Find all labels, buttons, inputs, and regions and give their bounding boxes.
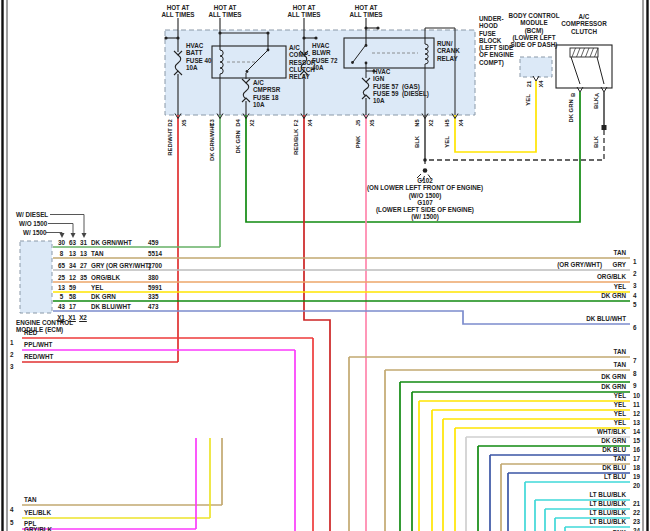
wire-label: ORG/BLK bbox=[530, 273, 626, 280]
ecm-wire-color: TAN bbox=[91, 250, 103, 257]
splice-square bbox=[602, 125, 607, 130]
row-number: 1 bbox=[633, 258, 643, 265]
wire-blk-dashed bbox=[425, 130, 604, 160]
wire-color-label: DK GRN bbox=[236, 122, 242, 162]
wire-color-label: YEL bbox=[526, 80, 532, 120]
fuse-hvac-batt-label: HVAC BATT FUSE 40 10A bbox=[186, 42, 226, 71]
row-number: 5 bbox=[10, 519, 20, 526]
clutch-coil-hatch bbox=[572, 48, 598, 57]
ground-symbol bbox=[423, 168, 428, 173]
row-number: 5 bbox=[633, 301, 643, 308]
ecm-wire-color: DK GRN/WHT bbox=[91, 239, 132, 246]
ecm-pin-number: 31 bbox=[78, 239, 89, 246]
fuse-hvac-blwr-label: HVAC BLWR FUSE 72 40A bbox=[312, 42, 352, 71]
wire-label: YEL bbox=[530, 401, 626, 408]
ecm-pin-number: 34 bbox=[67, 262, 78, 269]
row-number: 17 bbox=[633, 455, 643, 462]
row-number: 3 bbox=[10, 363, 20, 370]
wire-color-label: YEL bbox=[445, 122, 451, 162]
wire-label: TAN bbox=[530, 455, 626, 462]
clutch-title: A/C COMPRESSOR CLUTCH bbox=[549, 13, 619, 35]
ecm-circuit-number: 335 bbox=[148, 293, 159, 300]
ecm-variant-wo1500: W/O 1500 bbox=[19, 220, 47, 227]
ecm-wire-color: DK BLU/WHT bbox=[91, 303, 131, 310]
wire-label: DK BLU bbox=[530, 464, 626, 471]
ecm-wire-color: DK GRN bbox=[91, 293, 116, 300]
ecm-pin-number: 13 bbox=[78, 250, 89, 257]
ecm-circuit-number: 380 bbox=[148, 274, 159, 281]
wire-label: DK BLU bbox=[530, 446, 626, 453]
row-number: 6 bbox=[633, 324, 643, 331]
row-number: 12 bbox=[633, 410, 643, 417]
ecm-wire-color: ORG/BLK bbox=[91, 274, 120, 281]
wire-label: LT BLU bbox=[530, 473, 626, 480]
wire-label: TAN bbox=[24, 496, 36, 503]
connector-id-label: X4 bbox=[459, 103, 465, 143]
junction-dot bbox=[423, 158, 427, 162]
ecm-pin-number: 27 bbox=[78, 262, 89, 269]
wire-label: DK GRN bbox=[530, 383, 626, 390]
wire-label: YEL/BLK bbox=[24, 509, 51, 516]
row-number: 18 bbox=[633, 464, 643, 471]
wire-label: TAN bbox=[530, 361, 626, 368]
wire-redblk-f2 bbox=[304, 115, 330, 531]
hot-at-label-2: HOT AT ALL TIMES bbox=[202, 4, 248, 19]
row-number: 19 bbox=[633, 473, 643, 480]
wire-color-label: RED/BLK bbox=[294, 122, 300, 162]
row-number: 13 bbox=[633, 419, 643, 426]
wire-label: LT BLU/BLK bbox=[530, 509, 626, 516]
row-number: 23 bbox=[633, 518, 643, 525]
wire-label: DK BLU/WHT bbox=[530, 315, 626, 322]
wire-label: TAN bbox=[530, 348, 626, 355]
wire-label: WHT/BLK bbox=[530, 428, 626, 435]
wire-label: LT BLU/BLK bbox=[530, 500, 626, 507]
wire-color-label: BLK bbox=[594, 83, 600, 123]
row-number: 2 bbox=[10, 351, 20, 358]
wire-label: TAN bbox=[530, 249, 626, 256]
ecm-pin-number: 63 bbox=[67, 239, 78, 246]
row-number: 8 bbox=[633, 370, 643, 377]
ecm-variant-arrowheads bbox=[60, 233, 87, 238]
row-number: 3 bbox=[633, 282, 643, 289]
ecm-circuit-number: 473 bbox=[148, 303, 159, 310]
wire-label: YEL bbox=[530, 419, 626, 426]
ecm-pin-number: 59 bbox=[67, 284, 78, 291]
row-number: 24 bbox=[633, 527, 643, 531]
row-number: 20 bbox=[633, 482, 643, 489]
ecm-pin-number: 13 bbox=[67, 250, 78, 257]
ecm-circuit-number: 459 bbox=[148, 239, 159, 246]
ecm-pin-number: 58 bbox=[67, 293, 78, 300]
wire-color-label: DK GRN bbox=[569, 91, 575, 131]
wire-label: PPL/WHT bbox=[24, 341, 52, 348]
wire-color-label: DK GRN/WHT bbox=[210, 122, 216, 162]
row-number: 10 bbox=[633, 392, 643, 399]
connector-id-label: X5 bbox=[370, 103, 376, 143]
wire-label: GRY/BLK bbox=[24, 526, 52, 531]
wire-label: LT BLU/BLK bbox=[530, 491, 626, 498]
row-number: 9 bbox=[633, 382, 643, 389]
row-number: 14 bbox=[633, 428, 643, 435]
ecm-variant-w1500: W/ 1500 bbox=[23, 229, 46, 236]
row-number: 2 bbox=[633, 270, 643, 277]
wire-color-label: RED/WHT bbox=[168, 122, 174, 162]
ecm-circuit-number: 2700 bbox=[148, 262, 162, 269]
wire-label: DK GRN bbox=[530, 373, 626, 380]
ecm-wire-color: YEL bbox=[91, 284, 103, 291]
ecm-pin-number: 12 bbox=[67, 274, 78, 281]
wire-label: YEL bbox=[530, 283, 626, 290]
wire-label: RED bbox=[24, 329, 37, 336]
connector-id-label: X4 bbox=[308, 103, 314, 143]
row-number: 21 bbox=[633, 500, 643, 507]
bcm-connector-label: X4 bbox=[539, 64, 545, 104]
connector-id-label: X2 bbox=[250, 103, 256, 143]
row-number: 16 bbox=[633, 446, 643, 453]
fuse-hvac-ign-note: (GAS) (DIESEL) bbox=[402, 83, 438, 98]
ecm-pin-number: 65 bbox=[56, 262, 67, 269]
ecm-pin-number: 30 bbox=[56, 239, 67, 246]
fuse-ac-cmprsr-label: A/C CMPRSR FUSE 18 10A bbox=[253, 79, 293, 108]
wire-label: YEL bbox=[530, 410, 626, 417]
connector-id-label: X2 bbox=[429, 103, 435, 143]
ecm-variant-leaders bbox=[46, 215, 84, 234]
row-number: 4 bbox=[10, 506, 20, 513]
connector-id-label: X5 bbox=[182, 103, 188, 143]
